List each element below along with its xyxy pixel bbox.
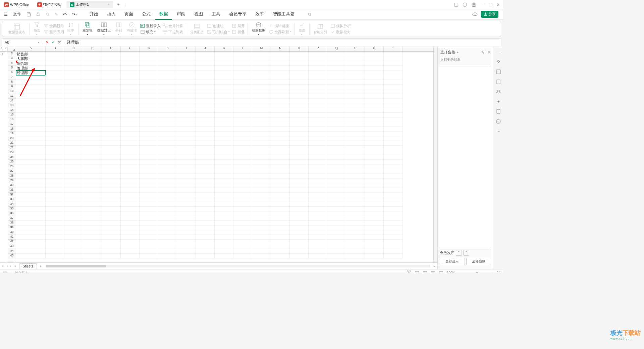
cell[interactable] xyxy=(177,164,196,169)
cell[interactable] xyxy=(158,216,177,221)
cell[interactable] xyxy=(384,75,402,80)
cell[interactable] xyxy=(64,183,83,188)
cell[interactable] xyxy=(271,174,290,179)
cell[interactable] xyxy=(233,169,252,174)
cell[interactable] xyxy=(327,141,346,146)
cell[interactable] xyxy=(140,249,158,254)
cell[interactable] xyxy=(83,155,102,160)
ribbon-tab-工具[interactable]: 工具 xyxy=(208,9,224,20)
cell[interactable] xyxy=(271,89,290,94)
cell[interactable] xyxy=(140,155,158,160)
cell[interactable] xyxy=(46,188,64,193)
cell[interactable] xyxy=(158,197,177,202)
cell[interactable] xyxy=(365,99,384,103)
cell[interactable] xyxy=(83,216,102,221)
cell[interactable] xyxy=(384,141,402,146)
cell[interactable] xyxy=(121,244,140,249)
cell[interactable] xyxy=(46,113,64,117)
col-header-B[interactable]: B xyxy=(46,46,64,51)
keyboard-icon[interactable]: ⌨ xyxy=(3,271,7,272)
cell[interactable] xyxy=(290,113,309,117)
cell[interactable] xyxy=(46,211,64,216)
cell[interactable] xyxy=(121,122,140,127)
cell[interactable] xyxy=(346,56,365,61)
cell[interactable] xyxy=(365,216,384,221)
cell[interactable] xyxy=(64,202,83,207)
outline-level-2[interactable]: 2 xyxy=(4,46,8,51)
cell[interactable] xyxy=(64,94,83,99)
view-read-icon[interactable] xyxy=(439,271,443,273)
grid[interactable]: ABCDEFGHIJKLMNOPQRST 销售部人事部综合部管理部经理部 xyxy=(16,46,433,262)
cell[interactable] xyxy=(290,169,309,174)
row-header[interactable]: 2 xyxy=(8,52,16,56)
cell[interactable] xyxy=(140,183,158,188)
cell[interactable] xyxy=(196,197,215,202)
cell[interactable] xyxy=(290,150,309,155)
cell[interactable] xyxy=(158,85,177,89)
cell[interactable] xyxy=(46,127,64,132)
cell[interactable] xyxy=(46,150,64,155)
cell[interactable] xyxy=(196,193,215,197)
cell[interactable] xyxy=(384,150,402,155)
cell[interactable] xyxy=(233,150,252,155)
cell[interactable] xyxy=(140,216,158,221)
cell[interactable] xyxy=(177,108,196,113)
cell[interactable] xyxy=(46,235,64,240)
cell[interactable] xyxy=(346,160,365,164)
cell[interactable] xyxy=(83,197,102,202)
cell[interactable] xyxy=(158,240,177,244)
cell[interactable] xyxy=(16,230,46,235)
cell[interactable] xyxy=(121,155,140,160)
styles-icon[interactable] xyxy=(496,69,501,74)
outline-level-1[interactable]: 1 xyxy=(0,46,4,51)
cell[interactable] xyxy=(215,160,233,164)
row-header[interactable]: 9 xyxy=(8,85,16,89)
col-header-J[interactable]: J xyxy=(196,46,215,51)
cell[interactable] xyxy=(196,211,215,216)
cell[interactable] xyxy=(252,226,271,230)
cell[interactable] xyxy=(83,132,102,136)
row-header[interactable]: 19 xyxy=(8,132,16,136)
cell[interactable] xyxy=(102,99,121,103)
cell[interactable] xyxy=(158,179,177,183)
cell[interactable] xyxy=(83,146,102,150)
cell[interactable] xyxy=(309,169,327,174)
cell[interactable] xyxy=(102,155,121,160)
row-header[interactable]: 22 xyxy=(8,146,16,150)
cell[interactable] xyxy=(83,235,102,240)
cell[interactable] xyxy=(177,117,196,122)
cell[interactable]: 人事部 xyxy=(16,56,46,61)
cell[interactable] xyxy=(121,141,140,146)
cell[interactable] xyxy=(309,226,327,230)
cell[interactable] xyxy=(346,207,365,211)
col-header-A[interactable]: A xyxy=(16,46,46,51)
cell[interactable] xyxy=(46,52,64,56)
cell[interactable] xyxy=(233,146,252,150)
cell[interactable] xyxy=(365,113,384,117)
cell[interactable] xyxy=(252,183,271,188)
cell[interactable] xyxy=(309,207,327,211)
preview-icon[interactable] xyxy=(43,11,52,18)
cell[interactable] xyxy=(233,216,252,221)
cell[interactable] xyxy=(233,89,252,94)
cloud-icon[interactable] xyxy=(472,12,478,17)
cell[interactable] xyxy=(158,66,177,70)
cell[interactable] xyxy=(46,108,64,113)
cell[interactable] xyxy=(177,136,196,141)
row-header[interactable]: 3 xyxy=(8,56,16,61)
cell[interactable] xyxy=(365,70,384,75)
cell[interactable] xyxy=(140,179,158,183)
cell[interactable] xyxy=(384,211,402,216)
cell[interactable] xyxy=(233,127,252,132)
cell[interactable] xyxy=(252,244,271,249)
cell[interactable] xyxy=(196,75,215,80)
cell[interactable] xyxy=(215,249,233,254)
cell[interactable] xyxy=(233,240,252,244)
cell[interactable] xyxy=(309,52,327,56)
pivot-table-button[interactable]: 数据透视表 xyxy=(7,23,26,35)
cell[interactable] xyxy=(140,66,158,70)
cell[interactable] xyxy=(83,117,102,122)
vertical-scrollbar[interactable] xyxy=(433,46,437,262)
cell[interactable] xyxy=(158,136,177,141)
cell[interactable] xyxy=(233,75,252,80)
